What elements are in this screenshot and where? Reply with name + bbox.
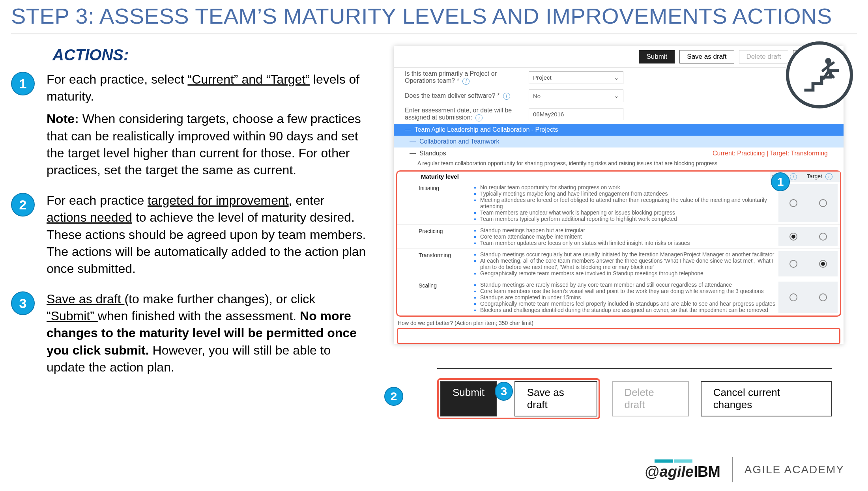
maturity-head: Maturity level xyxy=(397,172,770,182)
maturity-points: Standup meetings occur regularly but are… xyxy=(474,251,778,276)
b2-l1u: targeted for improvement xyxy=(148,193,289,207)
maturity-level-name: Practicing xyxy=(419,227,474,246)
b2-l2u: actions needed xyxy=(47,210,132,224)
standup-desc: A regular team collaboration opportunity… xyxy=(394,159,844,169)
q1-value: Project xyxy=(533,74,552,81)
cancel-changes-button[interactable]: Cancel current changes xyxy=(701,381,832,416)
q1-select[interactable]: Project⌄ xyxy=(529,71,623,84)
section-bar-2[interactable]: — Collaboration and Teamwork xyxy=(394,136,844,147)
b1-note: When considering targets, choose a few p… xyxy=(47,112,361,177)
q2-select[interactable]: No⌄ xyxy=(529,90,623,102)
badge-1: 1 xyxy=(11,72,35,95)
q2-label: Does the team deliver software? * xyxy=(405,92,499,99)
sec2-label: Collaboration and Teamwork xyxy=(419,138,499,145)
radio-group xyxy=(778,282,838,313)
save-draft-button[interactable]: Save as draft xyxy=(514,381,597,416)
footer-divider xyxy=(732,457,733,482)
logo-agile: agile xyxy=(660,463,694,480)
b1-u: “Current” and “Target” xyxy=(187,72,309,86)
info-icon[interactable]: i xyxy=(825,173,832,180)
target-radio[interactable] xyxy=(819,260,827,268)
b2-l1b: , enter xyxy=(289,193,325,207)
shot-delete-button[interactable]: Delete draft xyxy=(739,50,789,63)
b2-l1a: For each practice xyxy=(47,193,148,207)
callout-3: 3 xyxy=(495,382,513,401)
actions-heading: ACTIONS: xyxy=(52,46,366,64)
slide-title: STEP 3: ASSESS TEAM’S MATURITY LEVELS AN… xyxy=(11,0,857,29)
sec1-label: Team Agile Leadership and Collaboration … xyxy=(415,126,558,133)
q2-value: No xyxy=(533,93,541,99)
logo-ibm: IBM xyxy=(694,463,720,480)
delete-draft-button[interactable]: Delete draft xyxy=(612,381,689,416)
bullet-3: 3 Save as draft (to make further changes… xyxy=(11,291,366,376)
maturity-level-name: Scaling xyxy=(419,282,474,313)
info-icon[interactable]: i xyxy=(475,114,483,121)
shot-save-button[interactable]: Save as draft xyxy=(679,50,734,63)
b3-s2u: “Submit” xyxy=(47,309,98,323)
q3-value: 06May2016 xyxy=(533,111,564,118)
radio-group xyxy=(778,227,838,246)
maturity-row: TransformingStandup meetings occur regul… xyxy=(397,248,840,279)
b3-s1u: Save as draft xyxy=(47,292,124,306)
action-question: How do we get better? (Action plan item;… xyxy=(394,318,844,327)
b1-pre: For each practice, select xyxy=(47,72,187,86)
maturity-grid-highlight: Maturity level urrent i Target i Initiat… xyxy=(396,170,841,317)
b2-l3: The actions will be automatically added … xyxy=(47,245,366,276)
stairs-icon xyxy=(786,41,853,108)
badge-2: 2 xyxy=(11,193,35,217)
bottom-button-bar: Submit 3 Save as draft Delete draft Canc… xyxy=(437,368,832,419)
left-column: ACTIONS: 1 For each practice, select “Cu… xyxy=(11,46,366,419)
q-date: Enter assessment date, or date will be a… xyxy=(394,105,844,124)
col-target: Target xyxy=(807,173,822,179)
bullet-1: 1 For each practice, select “Current” an… xyxy=(11,71,366,179)
section-bar-3[interactable]: — Standups Current: Practicing | Target:… xyxy=(394,147,844,159)
submit-save-highlight: Submit 3 Save as draft xyxy=(437,378,600,419)
maturity-points: Standup meetings happen but are irregula… xyxy=(474,227,778,246)
radio-group xyxy=(778,251,838,276)
maturity-row: ScalingStandup meetings are rarely misse… xyxy=(397,279,840,316)
callout-1: 1 xyxy=(771,172,790,191)
current-radio[interactable] xyxy=(789,260,797,268)
logo-at: @ xyxy=(644,463,660,480)
target-radio[interactable] xyxy=(819,233,827,241)
sec3-label: Standups xyxy=(419,150,446,157)
sec3-status: Current: Practicing | Target: Transformi… xyxy=(713,150,828,157)
q3-input[interactable]: 06May2016 xyxy=(529,108,623,120)
bullet-2: 2 For each practice targeted for improve… xyxy=(11,192,366,277)
maturity-points: Standup meetings are rarely missed by an… xyxy=(474,282,778,313)
q-software: Does the team deliver software? * i No⌄ xyxy=(394,87,844,105)
submit-button[interactable]: Submit xyxy=(440,381,497,416)
maturity-row: PracticingStandup meetings happen but ar… xyxy=(397,224,840,248)
chevron-down-icon: ⌄ xyxy=(614,74,619,81)
badge-3: 3 xyxy=(11,291,35,315)
target-radio[interactable] xyxy=(819,199,827,207)
b1-note-label: Note: xyxy=(47,112,79,126)
info-icon[interactable]: i xyxy=(790,173,797,180)
current-radio[interactable] xyxy=(789,233,797,241)
assessment-screenshot: Submit Save as draft Delete draft Cancel… xyxy=(394,46,844,344)
callout-2: 2 xyxy=(384,387,403,406)
agile-ibm-logo: @agileIBM xyxy=(644,459,720,480)
b3-s2b: when finished with the assessment. xyxy=(98,309,300,323)
shot-submit-button[interactable]: Submit xyxy=(639,50,675,63)
info-icon[interactable]: i xyxy=(462,78,470,85)
chevron-down-icon: ⌄ xyxy=(614,92,619,99)
action-textarea[interactable] xyxy=(397,328,840,344)
current-radio[interactable] xyxy=(789,199,797,207)
q3-label: Enter assessment date, or date will be a… xyxy=(405,107,512,121)
maturity-level-name: Transforming xyxy=(419,251,474,276)
b3-s1b: (to make further changes), or click xyxy=(124,292,315,306)
academy-label: AGILE ACADEMY xyxy=(745,463,844,476)
section-bar-1[interactable]: — Team Agile Leadership and Collaboratio… xyxy=(394,124,844,136)
maturity-points: No regular team opportunity for sharing … xyxy=(474,184,778,222)
shot-toolbar: Submit Save as draft Delete draft Cancel… xyxy=(394,46,844,68)
q-team-type: Is this team primarily a Project or Oper… xyxy=(394,68,844,87)
target-radio[interactable] xyxy=(819,293,827,301)
current-radio[interactable] xyxy=(789,293,797,301)
footer: @agileIBM AGILE ACADEMY xyxy=(644,457,844,482)
info-icon[interactable]: i xyxy=(503,93,510,100)
maturity-level-name: Initiating xyxy=(419,184,474,222)
q1-label: Is this team primarily a Project or Oper… xyxy=(405,70,497,84)
radio-group xyxy=(778,184,838,222)
